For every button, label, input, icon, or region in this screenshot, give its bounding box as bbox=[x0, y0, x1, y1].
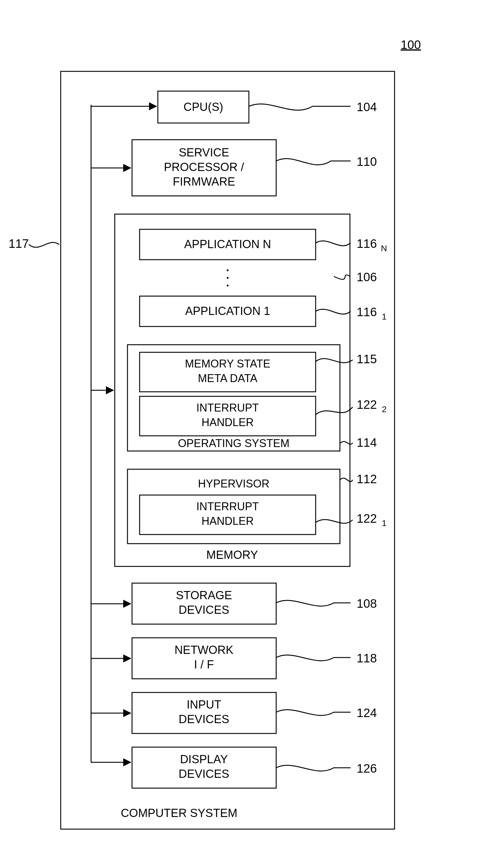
dots bbox=[227, 285, 229, 286]
svc-l3: FIRMWARE bbox=[173, 175, 235, 188]
ref-1221-sub: 1 bbox=[382, 519, 387, 528]
cpu-label: CPU(S) bbox=[184, 100, 223, 113]
stg-l2: DEVICES bbox=[179, 603, 229, 616]
ref-106: 106 bbox=[357, 270, 377, 284]
lead-117 bbox=[29, 242, 59, 247]
ref-112: 112 bbox=[357, 472, 377, 486]
dots bbox=[227, 277, 229, 279]
ref-110: 110 bbox=[357, 155, 377, 168]
ref-1161: 116 bbox=[357, 305, 377, 318]
ref-115: 115 bbox=[357, 352, 377, 366]
dots bbox=[227, 269, 229, 271]
hv-label: HYPERVISOR bbox=[198, 477, 269, 490]
svc-l2: PROCESSOR / bbox=[164, 161, 244, 174]
msm-l1: MEMORY STATE bbox=[185, 358, 270, 370]
ref-1161-sub: 1 bbox=[382, 312, 387, 321]
ref-116n-sub: N bbox=[381, 244, 387, 253]
net-l1: NETWORK bbox=[174, 644, 233, 656]
ref-104: 104 bbox=[357, 100, 377, 114]
stg-l1: STORAGE bbox=[176, 589, 232, 602]
os-ih-l2: HANDLER bbox=[201, 416, 254, 429]
memory-label: MEMORY bbox=[206, 549, 258, 561]
in-l1: INPUT bbox=[187, 698, 221, 711]
msm-l2: META DATA bbox=[198, 372, 257, 384]
hv-ih-l2: HANDLER bbox=[201, 515, 254, 527]
computer-system-label: COMPUTER SYSTEM bbox=[121, 807, 237, 819]
ref-114: 114 bbox=[357, 436, 377, 449]
ref-124: 124 bbox=[357, 706, 377, 719]
ref-118: 118 bbox=[357, 651, 377, 665]
ref-108: 108 bbox=[357, 597, 377, 610]
svc-l1: SERVICE bbox=[179, 146, 229, 159]
ref-1222-sub: 2 bbox=[382, 405, 387, 414]
app-1-label: APPLICATION 1 bbox=[185, 305, 270, 317]
os-label: OPERATING SYSTEM bbox=[178, 437, 289, 450]
os-ih-l1: INTERRUPT bbox=[196, 402, 259, 414]
net-l2: I / F bbox=[194, 658, 214, 671]
hv-ih-l1: INTERRUPT bbox=[196, 500, 259, 513]
ref-1221: 122 bbox=[357, 512, 377, 525]
ref-116n: 116 bbox=[357, 237, 377, 250]
ref-1222: 122 bbox=[357, 398, 377, 411]
ref-100: 100 bbox=[400, 38, 421, 51]
ref-117: 117 bbox=[8, 237, 29, 250]
dsp-l2: DEVICES bbox=[179, 768, 229, 780]
dsp-l1: DISPLAY bbox=[180, 753, 228, 766]
in-l2: DEVICES bbox=[179, 713, 229, 725]
app-n-label: APPLICATION N bbox=[184, 238, 271, 251]
ref-126: 126 bbox=[357, 762, 377, 775]
